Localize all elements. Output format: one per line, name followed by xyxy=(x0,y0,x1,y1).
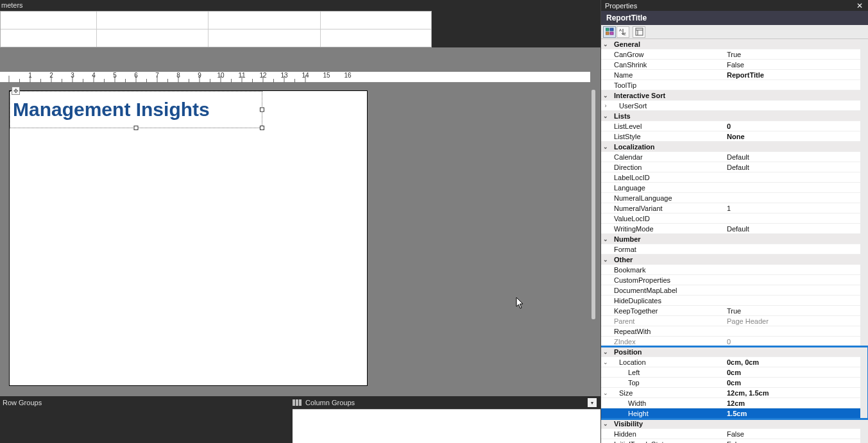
property-row[interactable]: ListLevel0 xyxy=(601,121,868,131)
expand-icon[interactable]: ⌄ xyxy=(601,256,610,263)
property-row[interactable]: KeepTogetherTrue xyxy=(601,306,868,316)
close-icon[interactable]: ✕ xyxy=(855,1,864,10)
parameters-grid[interactable] xyxy=(0,11,432,47)
property-value[interactable]: None xyxy=(724,133,868,140)
property-value[interactable]: 12cm, 1.5cm xyxy=(724,389,868,397)
property-row[interactable]: DirectionDefault xyxy=(601,162,868,172)
property-row[interactable]: CustomProperties xyxy=(601,275,868,285)
property-row[interactable]: CanGrowTrue xyxy=(601,49,868,60)
property-row[interactable]: Top0cm xyxy=(601,378,868,388)
column-groups-label[interactable]: Column Groups xyxy=(305,399,355,406)
row-groups-label[interactable]: Row Groups xyxy=(0,399,293,406)
property-category[interactable]: ⌄Visibility xyxy=(601,419,868,429)
property-value[interactable]: 12cm xyxy=(724,399,868,407)
property-category[interactable]: ⌄Lists xyxy=(601,111,868,121)
property-category[interactable]: ⌄General xyxy=(601,39,868,49)
property-row[interactable]: ToolTip xyxy=(601,80,868,90)
property-row[interactable]: ⌄Size12cm, 1.5cm xyxy=(601,388,868,398)
property-row[interactable]: InitialToggleStateFalse xyxy=(601,439,868,443)
property-row[interactable]: DocumentMapLabel xyxy=(601,285,868,296)
property-row[interactable]: WritingModeDefault xyxy=(601,224,868,234)
property-row[interactable]: HiddenFalse xyxy=(601,429,868,439)
param-cell[interactable] xyxy=(321,29,431,47)
property-value[interactable]: False xyxy=(724,440,868,444)
expand-icon[interactable]: ⌄ xyxy=(601,41,610,47)
expand-icon[interactable]: ⌄ xyxy=(601,421,610,427)
property-row[interactable]: Width12cm xyxy=(601,398,868,408)
param-cell[interactable] xyxy=(208,12,320,29)
properties-grid[interactable]: ⌄GeneralCanGrowTrueCanShrinkFalseNameRep… xyxy=(601,39,868,443)
property-value[interactable]: Default xyxy=(724,163,868,171)
property-pages-button[interactable] xyxy=(633,26,645,38)
param-cell[interactable] xyxy=(1,12,97,29)
param-cell[interactable] xyxy=(97,29,208,47)
expand-icon[interactable]: ⌄ xyxy=(601,144,610,150)
property-row[interactable]: LabelLocID xyxy=(601,172,868,183)
property-row[interactable]: NameReportTitle xyxy=(601,70,868,80)
property-value[interactable]: 0cm, 0cm xyxy=(724,358,868,366)
property-value[interactable]: 0cm xyxy=(724,379,868,387)
property-row[interactable]: ›UserSort xyxy=(601,101,868,111)
property-value[interactable]: 1.5cm xyxy=(724,410,868,417)
resize-handle[interactable] xyxy=(134,126,139,130)
property-row[interactable]: Format xyxy=(601,244,868,255)
property-row[interactable]: ParentPage Header xyxy=(601,316,868,326)
property-category[interactable]: ⌄Other xyxy=(601,255,868,265)
property-value[interactable]: ReportTitle xyxy=(724,71,868,79)
property-row[interactable]: NumeralVariant1 xyxy=(601,203,868,213)
param-cell[interactable] xyxy=(321,12,431,29)
property-row[interactable]: Language xyxy=(601,183,868,193)
property-row[interactable]: Left0cm xyxy=(601,367,868,378)
property-row[interactable]: Height1.5cm xyxy=(601,408,868,419)
report-page[interactable]: ✥ Management Insights xyxy=(9,90,368,386)
property-value[interactable]: False xyxy=(724,61,868,69)
groups-dropdown-icon[interactable]: ▾ xyxy=(588,398,597,407)
design-canvas[interactable]: 12345678910111213141516 ✥ Management Ins… xyxy=(0,47,600,396)
property-value[interactable]: True xyxy=(724,51,868,58)
property-row[interactable]: ValueLocID xyxy=(601,213,868,224)
expand-icon[interactable]: › xyxy=(601,103,610,109)
property-row[interactable]: NumeralLanguage xyxy=(601,193,868,203)
properties-scrollbar[interactable] xyxy=(860,39,868,443)
property-value[interactable]: False xyxy=(724,430,868,438)
expand-icon[interactable]: ⌄ xyxy=(601,92,610,99)
expand-icon[interactable]: ⌄ xyxy=(601,359,610,365)
row-groups-panel[interactable] xyxy=(0,409,293,443)
property-category[interactable]: ⌄Localization xyxy=(601,142,868,152)
property-category[interactable]: ⌄Number xyxy=(601,234,868,244)
property-value[interactable]: 0 xyxy=(724,338,868,346)
expand-icon[interactable]: ⌄ xyxy=(601,349,610,355)
property-value[interactable]: 0 xyxy=(724,122,868,130)
alphabetical-button[interactable]: AZ xyxy=(617,26,629,38)
design-scrollbar[interactable] xyxy=(591,90,595,319)
property-row[interactable]: HideDuplicates xyxy=(601,296,868,306)
report-title-textbox[interactable]: ✥ Management Insights xyxy=(10,91,262,128)
expand-icon[interactable]: ⌄ xyxy=(601,236,610,242)
properties-object-name[interactable]: ReportTitle xyxy=(601,11,868,25)
property-row[interactable]: ZIndex0 xyxy=(601,337,868,347)
categorized-button[interactable] xyxy=(603,26,616,38)
property-row[interactable]: RepeatWith xyxy=(601,326,868,337)
property-value[interactable]: 1 xyxy=(724,205,868,212)
move-handle-icon[interactable]: ✥ xyxy=(12,87,20,95)
property-value[interactable]: Page Header xyxy=(724,317,868,325)
property-value[interactable]: Default xyxy=(724,153,868,161)
property-row[interactable]: CalendarDefault xyxy=(601,152,868,162)
properties-header[interactable]: Properties ✕ xyxy=(601,0,868,11)
property-row[interactable]: ListStyleNone xyxy=(601,131,868,142)
property-row[interactable]: ⌄Location0cm, 0cm xyxy=(601,357,868,367)
column-groups-panel[interactable] xyxy=(293,409,600,443)
property-row[interactable]: Bookmark xyxy=(601,265,868,275)
property-category[interactable]: ⌄Position xyxy=(601,347,868,357)
resize-handle[interactable] xyxy=(260,108,264,112)
expand-icon[interactable]: ⌄ xyxy=(601,113,610,119)
param-cell[interactable] xyxy=(208,29,320,47)
param-cell[interactable] xyxy=(97,12,208,29)
property-value[interactable]: True xyxy=(724,307,868,315)
property-row[interactable]: CanShrinkFalse xyxy=(601,60,868,70)
property-value[interactable]: 0cm xyxy=(724,369,868,376)
property-value[interactable]: Default xyxy=(724,225,868,233)
resize-handle[interactable] xyxy=(260,126,264,130)
property-category[interactable]: ⌄Interactive Sort xyxy=(601,90,868,101)
param-cell[interactable] xyxy=(1,29,97,47)
